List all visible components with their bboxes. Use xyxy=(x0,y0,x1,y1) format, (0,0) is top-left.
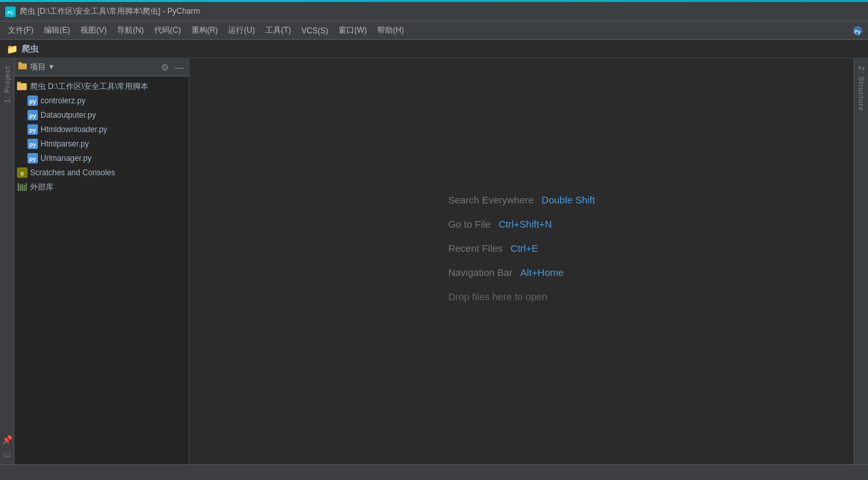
main-layout: 1: Project 📌 🗂 项目 ▼ ⚙ — xyxy=(0,58,868,464)
sidebar-minimize-btn[interactable]: — xyxy=(173,61,185,74)
project-panel-label[interactable]: 1: Project xyxy=(2,63,12,105)
svg-text:py: py xyxy=(29,112,37,119)
svg-text:py: py xyxy=(29,98,37,105)
breadcrumb-title: 爬虫 xyxy=(22,43,39,55)
sidebar-settings-btn[interactable]: ⚙ xyxy=(159,61,171,74)
shortcut-recent-label: Recent Files xyxy=(448,243,503,254)
menu-navigate[interactable]: 导航(N) xyxy=(112,23,149,38)
drop-files-label: Drop files here to open xyxy=(448,291,548,302)
left-strip-bottom-icon1[interactable]: 📌 xyxy=(2,434,12,445)
svg-rect-23 xyxy=(22,184,23,191)
svg-rect-21 xyxy=(18,183,19,191)
scratches-icon: S xyxy=(17,167,27,178)
shortcut-recent: Recent Files Ctrl+E xyxy=(448,243,595,254)
shortcut-nav-label: Navigation Bar xyxy=(448,267,512,278)
menu-edit[interactable]: 编辑(E) xyxy=(39,23,75,38)
shortcut-nav-bar: Navigation Bar Alt+Home xyxy=(448,267,595,278)
shortcut-nav-key: Alt+Home xyxy=(520,267,563,278)
sidebar-folder-icon xyxy=(18,62,27,72)
menu-run[interactable]: 运行(U) xyxy=(223,23,260,38)
htmldownloader-label: Htmldownloader.py xyxy=(41,125,107,134)
breadcrumb-folder-icon: 📁 xyxy=(7,44,18,54)
bottom-bar xyxy=(0,464,868,480)
right-strip: Z: Structure xyxy=(854,58,868,464)
menu-vcs[interactable]: VCS(S) xyxy=(296,24,333,37)
file-tree: 爬虫 D:\工作区\安全工具\常用脚本 py controlerz.py xyxy=(14,77,189,464)
left-strip: 1: Project 📌 🗂 xyxy=(0,58,14,464)
svg-rect-4 xyxy=(18,63,27,69)
htmlparser-label: Htmlparser.py xyxy=(41,139,89,148)
tree-urlmanager[interactable]: py Urlmanager.py xyxy=(14,151,189,165)
menu-view[interactable]: 视图(V) xyxy=(75,23,112,38)
shortcut-goto-label: Go to File xyxy=(448,218,491,230)
menu-bar: 文件(F) 编辑(E) 视图(V) 导航(N) 代码(C) 重构(R) 运行(U… xyxy=(0,22,868,40)
svg-rect-22 xyxy=(20,184,21,191)
tree-external-lib[interactable]: 外部库 xyxy=(14,180,189,194)
menu-tools[interactable]: 工具(T) xyxy=(260,23,296,38)
tree-dataoutputer[interactable]: py Dataoutputer.py xyxy=(14,108,189,122)
title-bar: PC 爬虫 [D:\工作区\安全工具\常用脚本\爬虫] - PyCharm xyxy=(0,2,868,22)
root-folder-icon xyxy=(17,81,27,92)
py-icon-urlmanager: py xyxy=(27,153,38,163)
tree-controlerz[interactable]: py controlerz.py xyxy=(14,94,189,108)
menu-code[interactable]: 代码(C) xyxy=(149,23,186,38)
py-icon-dataoutputer: py xyxy=(27,110,38,120)
tree-htmldownloader[interactable]: py Htmldownloader.py xyxy=(14,122,189,137)
py-icon-htmldownloader: py xyxy=(27,124,38,135)
tree-htmlparser[interactable]: py Htmlparser.py xyxy=(14,137,189,151)
shortcut-recent-key: Ctrl+E xyxy=(510,243,538,254)
svg-text:S: S xyxy=(20,171,24,177)
urlmanager-label: Urlmanager.py xyxy=(41,154,92,163)
app-icon: PC xyxy=(5,7,16,17)
scratches-label: Scratches and Consoles xyxy=(30,168,115,177)
menu-help[interactable]: 帮助(H) xyxy=(372,23,409,38)
sidebar: 项目 ▼ ⚙ — 爬虫 D:\工作区\安全工具\常用 xyxy=(14,58,190,464)
editor-area[interactable]: Search Everywhere Double Shift Go to Fil… xyxy=(190,58,854,464)
python-logo-icon: Py xyxy=(852,26,863,36)
svg-text:PC: PC xyxy=(7,10,14,14)
breadcrumb-bar: 📁 爬虫 xyxy=(0,40,868,58)
tree-root[interactable]: 爬虫 D:\工作区\安全工具\常用脚本 xyxy=(14,79,189,94)
sidebar-header-actions: ⚙ — xyxy=(159,61,185,74)
drop-files-row: Drop files here to open xyxy=(448,291,595,302)
left-strip-bottom-icon2[interactable]: 🗂 xyxy=(2,449,12,459)
shortcut-search-key: Double Shift xyxy=(542,194,595,205)
svg-text:py: py xyxy=(29,156,37,162)
root-label: 爬虫 D:\工作区\安全工具\常用脚本 xyxy=(30,81,148,92)
sidebar-header: 项目 ▼ ⚙ — xyxy=(14,58,189,77)
py-icon-htmlparser: py xyxy=(27,139,38,149)
welcome-content: Search Everywhere Double Shift Go to Fil… xyxy=(448,194,595,302)
shortcut-search-label: Search Everywhere xyxy=(448,194,534,205)
svg-rect-25 xyxy=(25,183,27,191)
svg-text:py: py xyxy=(29,141,37,148)
external-lib-label: 外部库 xyxy=(30,182,54,193)
py-icon-controlerz: py xyxy=(27,95,38,106)
structure-panel-label[interactable]: Z: Structure xyxy=(856,63,867,114)
shortcut-goto-key: Ctrl+Shift+N xyxy=(499,218,552,230)
svg-rect-5 xyxy=(18,62,22,64)
shortcut-search: Search Everywhere Double Shift xyxy=(448,194,595,205)
dataoutputer-label: Dataoutputer.py xyxy=(41,111,96,120)
accent-line xyxy=(0,0,868,2)
external-lib-icon xyxy=(17,182,27,192)
menu-refactor[interactable]: 重构(R) xyxy=(186,23,224,38)
window-title: 爬虫 [D:\工作区\安全工具\常用脚本\爬虫] - PyCharm xyxy=(20,6,200,17)
controlerz-label: controlerz.py xyxy=(41,96,86,105)
svg-rect-24 xyxy=(24,185,25,191)
shortcut-goto-file: Go to File Ctrl+Shift+N xyxy=(448,218,595,230)
svg-text:Py: Py xyxy=(855,29,861,34)
sidebar-header-title: 项目 ▼ xyxy=(30,61,157,73)
svg-rect-8 xyxy=(18,84,26,90)
svg-text:py: py xyxy=(29,127,37,133)
menu-window[interactable]: 窗口(W) xyxy=(333,23,372,38)
menu-file[interactable]: 文件(F) xyxy=(3,23,39,38)
tree-scratches[interactable]: S Scratches and Consoles xyxy=(14,165,189,180)
